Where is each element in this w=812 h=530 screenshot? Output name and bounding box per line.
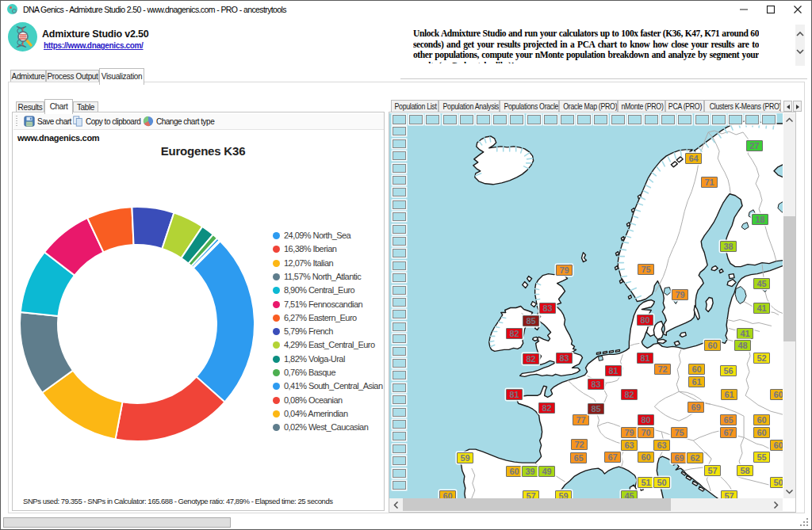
tab-population-list[interactable]: Population List — [391, 100, 439, 112]
map-marker[interactable]: 83 — [588, 379, 604, 390]
map-marker[interactable]: 71 — [701, 177, 718, 188]
scroll-right-icon[interactable] — [773, 501, 779, 509]
map-marker[interactable]: 82 — [538, 402, 555, 414]
tab-scroll-right-button[interactable] — [793, 101, 802, 112]
map-marker[interactable]: 81 — [506, 389, 523, 400]
tab-nmonte-pro-[interactable]: nMonte (PRO) — [618, 100, 665, 112]
map-marker[interactable]: 83 — [556, 353, 573, 364]
title-bar[interactable]: DNA Genics - Admixture Studio 2.50 - www… — [1, 1, 811, 18]
map-marker[interactable]: 41 — [737, 328, 753, 339]
map-marker[interactable]: 18 — [752, 214, 768, 225]
map-marker[interactable]: 62 — [687, 452, 703, 463]
map-marker[interactable]: 60 — [688, 364, 705, 375]
tab-chart[interactable]: Chart — [44, 99, 73, 114]
tab-populations-oracle[interactable]: Populations Oracle — [500, 100, 559, 112]
tab-oracle-map-pro-[interactable]: Oracle Map (PRO) — [559, 100, 618, 112]
map-marker[interactable]: 67 — [720, 427, 737, 438]
map-marker[interactable]: 50 — [653, 477, 670, 488]
oracle-map[interactable]: 2764711838757945417983858282838182777265… — [389, 113, 783, 498]
map-marker[interactable]: 51 — [638, 477, 654, 488]
map-marker[interactable]: 27 — [746, 140, 763, 151]
scroll-up-icon[interactable] — [786, 117, 793, 123]
promo-textbox[interactable]: Unlock Admixture Studio and run your cal… — [400, 21, 807, 79]
scroll-down-icon[interactable] — [796, 48, 804, 55]
tab-scroll-left-button[interactable] — [783, 101, 792, 112]
map-marker[interactable]: 80 — [638, 414, 654, 425]
map-marker[interactable]: 82 — [523, 353, 539, 364]
map-marker[interactable]: 60 — [704, 340, 721, 351]
map-marker[interactable]: 69 — [688, 402, 704, 413]
maximize-button[interactable] — [757, 1, 784, 18]
map-marker[interactable]: 69 — [671, 452, 688, 463]
map-marker[interactable]: 83 — [539, 303, 556, 314]
promo-scrollbar[interactable] — [795, 25, 805, 66]
map-marker[interactable]: 63 — [621, 440, 638, 451]
map-marker[interactable]: 60 — [753, 427, 770, 438]
donut-slice-north-sea[interactable] — [193, 241, 255, 402]
map-marker[interactable]: 38 — [720, 241, 737, 252]
map-marker[interactable]: 59 — [457, 452, 473, 463]
map-marker[interactable]: 57 — [523, 490, 539, 498]
hscroll-thumb[interactable] — [403, 498, 671, 511]
map-marker[interactable]: 64 — [685, 153, 702, 164]
map-marker[interactable]: 57 — [704, 465, 721, 476]
map-vertical-scrollbar[interactable] — [783, 113, 795, 498]
map-marker[interactable]: 81 — [637, 353, 653, 364]
vscroll-thumb[interactable] — [783, 216, 795, 341]
map-marker[interactable]: 85 — [588, 403, 604, 414]
map-marker[interactable]: 48 — [734, 340, 751, 351]
map-marker[interactable]: 41 — [753, 303, 770, 314]
scroll-down-icon[interactable] — [786, 489, 793, 494]
map-marker[interactable]: 60 — [506, 466, 523, 477]
map-marker[interactable]: 39 — [522, 466, 538, 477]
map-marker[interactable]: 59 — [555, 490, 572, 498]
map-marker[interactable]: 85 — [523, 315, 539, 326]
map-marker[interactable]: 60 — [770, 440, 783, 451]
map-marker[interactable]: 72 — [654, 364, 671, 375]
map-marker[interactable]: 50 — [770, 477, 783, 488]
map-marker[interactable]: 60 — [638, 452, 654, 463]
website-link[interactable]: https://www.dnagenics.com/ — [44, 41, 144, 50]
map-marker[interactable]: 77 — [573, 414, 589, 425]
map-marker[interactable]: 57 — [721, 490, 737, 498]
map-horizontal-scrollbar[interactable] — [389, 498, 783, 511]
map-marker[interactable]: 80 — [637, 315, 653, 326]
minimize-button[interactable] — [730, 1, 757, 18]
map-marker[interactable]: 49 — [538, 466, 555, 477]
resize-grip-icon[interactable] — [799, 517, 809, 527]
map-marker[interactable]: 63 — [653, 440, 670, 451]
map-marker[interactable]: 65 — [570, 452, 587, 463]
map-marker[interactable]: 60 — [753, 414, 770, 425]
map-marker[interactable]: 79 — [556, 265, 573, 276]
map-marker[interactable]: 70 — [638, 427, 654, 438]
scroll-up-icon[interactable] — [796, 31, 804, 37]
donut-slice-iberian[interactable] — [116, 377, 225, 441]
map-marker[interactable]: 81 — [605, 365, 622, 376]
map-marker[interactable]: 56 — [720, 365, 737, 376]
map-marker[interactable]: 82 — [506, 328, 523, 339]
map-marker[interactable]: 72 — [571, 439, 588, 450]
map-marker[interactable]: 55 — [753, 452, 770, 463]
map-marker[interactable]: 45 — [621, 490, 638, 498]
map-marker[interactable]: 61 — [688, 376, 705, 387]
scroll-left-icon[interactable] — [393, 501, 399, 509]
map-marker[interactable]: 52 — [753, 353, 770, 364]
map-marker[interactable]: 61 — [721, 389, 737, 400]
toolbar-grip[interactable] — [16, 116, 17, 128]
tab-population-analysis[interactable]: Population Analysis — [439, 100, 500, 112]
close-button[interactable] — [784, 1, 811, 18]
tab-clusters-k-means-pro-[interactable]: Clusters K-Means (PRO) — [704, 100, 781, 112]
map-marker[interactable]: 75 — [638, 264, 654, 275]
map-marker[interactable]: 45 — [753, 278, 770, 289]
map-marker[interactable]: 65 — [720, 414, 737, 425]
donut-chart[interactable] — [12, 197, 264, 451]
tab-visualization[interactable]: Visualization — [99, 68, 144, 85]
map-marker[interactable]: 82 — [621, 389, 638, 400]
tab-pca-pro-[interactable]: PCA (PRO) — [665, 100, 704, 112]
map-marker[interactable]: 60 — [770, 389, 783, 400]
map-marker[interactable]: 79 — [621, 427, 638, 438]
map-marker[interactable]: 67 — [604, 452, 621, 463]
map-marker[interactable]: 75 — [671, 427, 688, 438]
map-marker[interactable]: 79 — [672, 289, 688, 300]
map-marker[interactable]: 58 — [737, 465, 753, 476]
